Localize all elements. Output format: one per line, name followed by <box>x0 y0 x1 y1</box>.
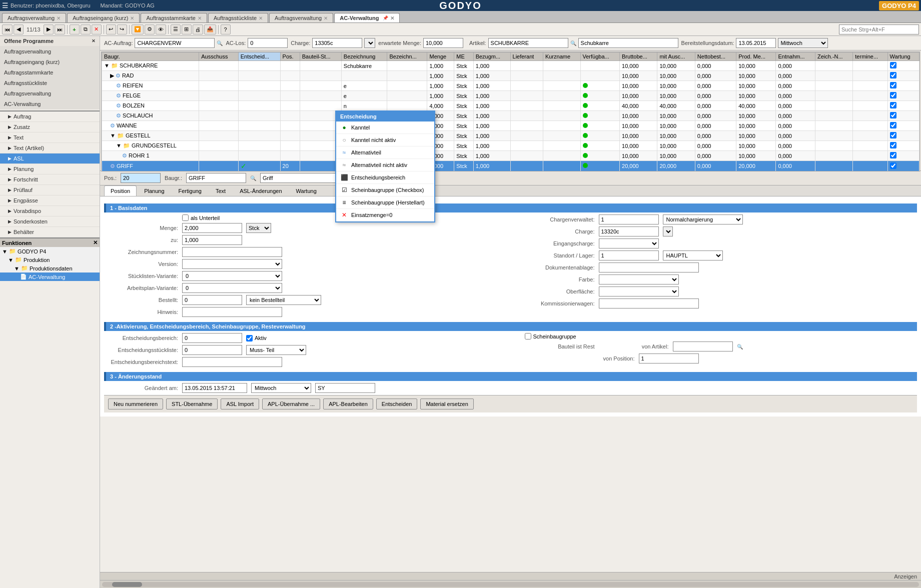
zu-input[interactable] <box>182 235 242 245</box>
charge-detail-select[interactable] <box>663 226 673 236</box>
baugr-input[interactable] <box>186 173 246 183</box>
nav-vorabdispo[interactable]: ▶ Vorabdispo <box>0 206 100 216</box>
menge-input[interactable] <box>182 223 242 233</box>
search-input[interactable] <box>839 24 919 34</box>
artikel-search-icon[interactable]: 🔍 <box>570 40 576 46</box>
dropdown-item-kanntel-nicht-aktiv[interactable]: ○ Kanntel nicht aktiv <box>336 134 434 146</box>
table-row-griff[interactable]: ⚙ GRIFF ✓ 20 Griff1,000Stck1,000 20,0002… <box>102 161 919 172</box>
detail-tab-planung[interactable]: Planung <box>138 186 171 196</box>
asl-import-btn[interactable]: ASL Import <box>221 398 259 410</box>
h-scrollbar[interactable] <box>100 580 921 588</box>
hinweis-input[interactable] <box>182 307 282 317</box>
kommissionierwagen-input[interactable] <box>599 298 699 308</box>
delete-btn[interactable]: ✕ <box>92 24 102 34</box>
grid-btn[interactable]: ⊞ <box>182 24 192 34</box>
nav-prueflauf[interactable]: ▶ Prüflauf <box>0 185 100 196</box>
tree-produktionsdaten[interactable]: ▼ 📁 Produktionsdaten <box>0 264 100 272</box>
tree-godyo-p4[interactable]: ▼ 📁 GODYO P4 <box>0 247 100 256</box>
dropdown-item-einsatzmenge-0[interactable]: ✕ Einsatzmenge=0 <box>336 209 434 222</box>
von-position-input[interactable] <box>639 354 699 364</box>
nav-next-btn[interactable]: ▶ <box>44 24 54 34</box>
bestellt-input[interactable] <box>182 295 242 305</box>
sidebar-auftragsstammkarte[interactable]: Auftragsstammkarte <box>0 68 100 78</box>
standort-input[interactable] <box>599 250 659 260</box>
filter-btn[interactable]: 🔽 <box>132 24 144 34</box>
baugr-name-input[interactable] <box>260 173 340 183</box>
entscheidungstueckliste-input[interactable] <box>182 345 242 355</box>
entscheidungsbereich-input[interactable] <box>182 333 242 343</box>
charge-select[interactable] <box>364 38 375 48</box>
tab-close-3[interactable]: ✕ <box>198 16 202 21</box>
list-btn[interactable]: ☰ <box>171 24 181 34</box>
geaendert-am-day-select[interactable]: Mittwoch <box>251 383 311 393</box>
geaendert-am-user-input[interactable] <box>315 383 375 393</box>
von-artikel-search-icon[interactable]: 🔍 <box>737 344 743 350</box>
detail-tab-wartung[interactable]: Wartung <box>290 186 323 196</box>
dropdown-item-alternativteil-nicht-aktiv[interactable]: ≈ Alternativteil nicht aktiv <box>336 159 434 172</box>
tab-auftragseingang[interactable]: Auftragseingang (kurz) ✕ <box>67 13 140 22</box>
col-entscheid[interactable]: Entscheid... <box>238 52 280 61</box>
nav-behaelter[interactable]: ▶ Behälter <box>0 227 100 238</box>
tab-close-4[interactable]: ✕ <box>259 16 263 21</box>
tab-close-2[interactable]: ✕ <box>130 16 134 21</box>
nav-fortschritt[interactable]: ▶ Fortschritt <box>0 174 100 185</box>
nav-text-artikel[interactable]: ▶ Text (Artikel) <box>0 143 100 154</box>
scheinbaugruppe-checkbox[interactable] <box>525 333 531 340</box>
tab-auftragsstueckliste[interactable]: Auftragsstückliste ✕ <box>208 13 268 22</box>
chargenverwaltet-select[interactable]: Normalchargierung <box>663 214 743 224</box>
nav-sonderkosten[interactable]: ▶ Sonderkosten <box>0 216 100 227</box>
table-row[interactable]: ▼ 📁 SCHUBKARRE Schubkarre 1,000Stck1,000… <box>102 61 919 71</box>
table-row[interactable]: ⚙ BOLZEN n4,000Stck1,000 40,00040,0000,0… <box>102 101 919 111</box>
table-row[interactable]: ▼ 📁 GRUNDGESTELL dgestell1,000Stck1,000 … <box>102 141 919 151</box>
detail-tab-text[interactable]: Text <box>209 186 232 196</box>
nav-auftrag[interactable]: ▶ Auftrag <box>0 112 100 122</box>
nav-first-btn[interactable]: ⏮ <box>2 24 13 34</box>
material-ersetzen-btn[interactable]: Material ersetzen <box>420 398 473 410</box>
detail-tab-fertigung[interactable]: Fertigung <box>172 186 208 196</box>
print-btn[interactable]: 🖨 <box>193 24 203 34</box>
stuecklisten-variante-select[interactable]: 0 <box>182 271 282 281</box>
table-row[interactable]: ⚙ REIFEN e1,000Stck1,000 10,00010,0000,0… <box>102 81 919 91</box>
charge-input[interactable] <box>312 38 362 48</box>
dropdown-item-entscheidungsbereich[interactable]: ⬛ Entscheidungsbereich <box>336 172 434 184</box>
sidebar-auftragsstueckliste[interactable]: Auftragsstückliste <box>0 78 100 88</box>
dropdown-item-scheinbaugruppe-checkbox[interactable]: ☑ Scheinbaugruppe (Checkbox) <box>336 184 434 196</box>
tab-close-1[interactable]: ✕ <box>57 16 61 21</box>
undo-btn[interactable]: ↩ <box>106 24 116 34</box>
tree-ac-verwaltung[interactable]: 📄 AC-Verwaltung <box>0 272 100 281</box>
table-row[interactable]: ⚙ FELGE e1,000Stck1,000 10,00010,0000,00… <box>102 91 919 101</box>
ac-auftrag-search-icon[interactable]: 🔍 <box>217 40 223 46</box>
sidebar-ac-verwaltung[interactable]: AC-Verwaltung <box>0 99 100 110</box>
artikel-input[interactable] <box>488 38 568 48</box>
new-btn[interactable]: + <box>70 24 80 34</box>
settings-btn[interactable]: ⚙ <box>145 24 155 34</box>
menge-unit-select[interactable]: Stck <box>246 223 271 233</box>
sidebar-auftragsverwaltung[interactable]: Auftragsverwaltung <box>0 46 100 57</box>
table-row[interactable]: ▼ 📁 GESTELL 1,000Stck1,000 10,00010,0000… <box>102 131 919 141</box>
neu-nummerieren-btn[interactable]: Neu nummerieren <box>108 398 163 410</box>
geaendert-am-input[interactable] <box>182 383 247 393</box>
bereitstellungsdatum-select[interactable]: Mittwoch <box>778 38 828 48</box>
zeichnungsnummer-input[interactable] <box>182 247 282 257</box>
apl-uebernahme-btn[interactable]: APL-Übernahme ... <box>262 398 320 410</box>
nav-prev-btn[interactable]: ◀ <box>14 24 24 34</box>
sidebar-auftragsverwaltung2[interactable]: Auftragsverwaltung <box>0 88 100 99</box>
ac-auftrag-input[interactable] <box>135 38 215 48</box>
nav-zusatz[interactable]: ▶ Zusatz <box>0 122 100 132</box>
dropdown-item-alternativteil[interactable]: ≈ Alternativteil <box>336 146 434 159</box>
als-unterteil-checkbox[interactable] <box>182 214 189 221</box>
table-row[interactable]: ⚙ SCHLAUCH uch1,000Stck1,000 10,00010,00… <box>102 111 919 121</box>
nav-asl[interactable]: ▶ ASL <box>0 154 100 164</box>
table-row[interactable]: ⚙ ROHR2 10🔷 Rohr21,000Stck1,000 20,00020… <box>102 172 919 172</box>
dokumentenablage-input[interactable] <box>599 262 699 272</box>
table-row[interactable]: ▶ ⚙ RAD 1,000Stck1,000 10,00010,0000,000… <box>102 71 919 81</box>
tab-auftragsverwaltung-1[interactable]: Auftragsverwaltung ✕ <box>2 13 66 22</box>
eingangscharge-select[interactable] <box>599 238 659 248</box>
menu-icon[interactable]: ☰ <box>2 2 9 10</box>
bereitstellungsdatum-input[interactable] <box>736 38 776 48</box>
version-select[interactable] <box>182 259 282 269</box>
entscheidungsbereichstext-input[interactable] <box>182 357 282 367</box>
table-row[interactable]: ⚙ WANNE ne1,000Stck1,000 10,00010,0000,0… <box>102 121 919 131</box>
artikel-name-input[interactable] <box>578 38 678 48</box>
export-btn[interactable]: 📤 <box>204 24 216 34</box>
